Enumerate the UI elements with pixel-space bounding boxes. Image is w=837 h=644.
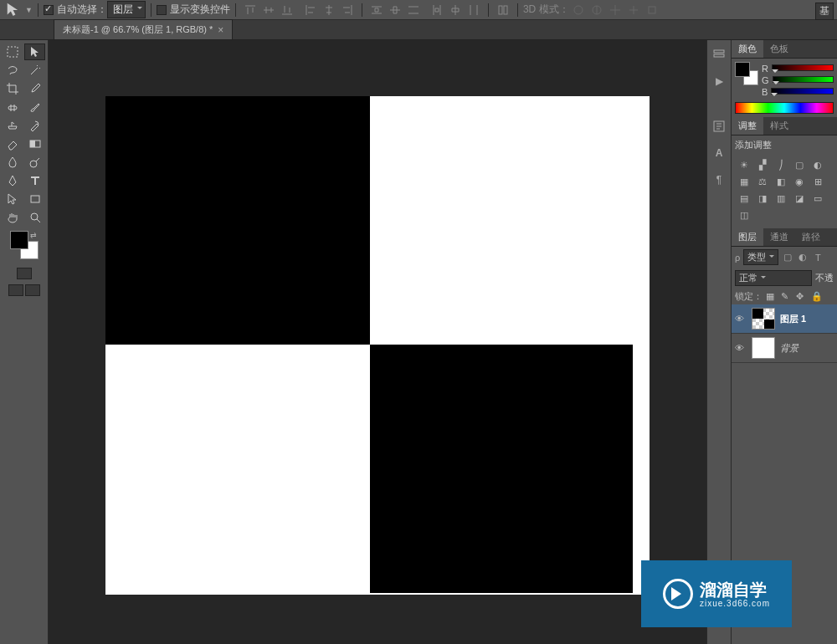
color-balance-icon[interactable]: ⚖ [755,175,770,188]
move-tool-icon[interactable] [24,43,45,60]
blend-mode-dropdown[interactable]: 正常 [735,270,812,286]
auto-select-dropdown[interactable]: 图层 [107,1,146,18]
vibrance-icon[interactable]: ◐ [810,158,825,171]
align-hcenter-icon[interactable] [320,2,338,18]
brightness-contrast-icon[interactable]: ☀ [737,158,752,171]
align-vcenter-icon[interactable] [259,2,278,18]
filter-type-icon[interactable]: T [812,252,824,263]
layer-name[interactable]: 背景 [780,342,798,355]
filter-kind-dropdown[interactable]: 类型 [743,249,778,265]
curves-icon[interactable]: ⎠ [773,158,788,171]
history-panel-icon[interactable] [711,47,727,62]
layer-row-background[interactable]: 👁 背景 [732,334,837,363]
zoom-tool-icon[interactable] [24,209,45,226]
foreground-color-swatch[interactable] [10,231,28,249]
distribute-vcenter-icon[interactable] [386,2,404,18]
path-selection-tool-icon[interactable] [2,191,23,207]
close-tab-icon[interactable]: × [218,24,223,36]
levels-icon[interactable]: ▞ [755,158,770,171]
color-swatch-pair[interactable] [735,62,758,85]
filter-kind-search-icon[interactable]: ρ [735,253,740,263]
layer-visibility-icon[interactable]: 👁 [735,314,747,324]
invert-icon[interactable]: ◨ [755,192,770,205]
distribute-bottom-icon[interactable] [404,2,423,18]
foreground-background-swatches[interactable]: ⇄ [10,231,39,259]
magic-wand-tool-icon[interactable] [24,62,45,79]
gradient-tool-icon[interactable] [24,135,45,152]
watermark-url: zixue.3d66.com [700,599,770,608]
adjustments-tab[interactable]: 调整 [732,117,763,135]
layers-tab[interactable]: 图层 [732,228,763,246]
gradient-map-icon[interactable]: ▭ [810,192,825,205]
quick-mask-button[interactable] [17,268,32,279]
rectangle-tool-icon[interactable] [24,191,45,207]
character-panel-icon[interactable] [711,119,727,134]
marquee-tool-icon[interactable] [2,43,23,60]
align-left-icon[interactable] [301,2,320,18]
posterize-icon[interactable]: ▥ [773,192,788,205]
layer-thumbnail[interactable] [752,308,775,330]
bw-icon[interactable]: ◧ [773,175,788,188]
threshold-icon[interactable]: ◪ [792,192,807,205]
layer-row-layer1[interactable]: 👁 图层 1 [732,304,837,334]
pen-tool-icon[interactable] [2,172,23,189]
auto-align-icon[interactable] [494,2,512,18]
eyedropper-tool-icon[interactable] [24,80,45,97]
auto-select-checkbox[interactable] [44,5,54,15]
lock-transparency-icon[interactable]: ▦ [766,291,778,303]
lasso-tool-icon[interactable] [2,62,23,79]
hand-tool-icon[interactable] [2,209,23,226]
healing-brush-tool-icon[interactable] [2,99,23,115]
g-slider[interactable] [773,76,834,84]
essentials-button[interactable]: 基 [815,3,834,20]
canvas-area[interactable] [49,40,706,644]
color-lookup-icon[interactable]: ▤ [737,192,752,205]
photo-filter-icon[interactable]: ◉ [792,175,807,188]
distribute-hcenter-icon[interactable] [446,2,465,18]
type-tool-icon[interactable] [24,172,45,189]
chevron-down-icon[interactable]: ▼ [25,6,33,14]
lock-all-icon[interactable]: 🔒 [811,291,823,303]
eraser-tool-icon[interactable] [2,135,23,152]
brush-tool-icon[interactable] [24,99,45,115]
layer-visibility-icon[interactable]: 👁 [735,343,747,353]
swatches-tab[interactable]: 色板 [763,40,795,58]
lock-pixels-icon[interactable]: ✎ [781,291,793,303]
styles-tab[interactable]: 样式 [763,117,795,135]
screen-mode-button[interactable] [8,284,23,296]
paragraph-panel-icon[interactable]: A [711,146,727,161]
layer-name[interactable]: 图层 1 [780,313,806,325]
channels-tab[interactable]: 通道 [763,228,795,246]
dodge-tool-icon[interactable] [24,154,45,171]
document-tab[interactable]: 未标题-1 @ 66.7% (图层 1, RGB/8) * × [54,19,233,39]
blur-tool-icon[interactable] [2,154,23,171]
color-tab[interactable]: 颜色 [732,40,763,58]
paths-tab[interactable]: 路径 [795,228,827,246]
align-bottom-icon[interactable] [278,2,296,18]
paragraph-styles-panel-icon[interactable]: ¶ [711,172,727,187]
distribute-left-icon[interactable] [428,2,446,18]
lock-position-icon[interactable]: ✥ [796,291,808,303]
history-brush-tool-icon[interactable] [24,117,45,134]
color-spectrum[interactable] [735,102,834,114]
b-slider[interactable] [771,88,834,96]
selective-color-icon[interactable]: ◫ [737,208,752,222]
swap-colors-icon[interactable]: ⇄ [30,231,37,239]
screen-mode-menu-button[interactable] [25,284,40,296]
distribute-top-icon[interactable] [367,2,386,18]
filter-pixel-icon[interactable]: ▢ [782,252,793,263]
align-top-icon[interactable] [241,2,259,18]
crop-tool-icon[interactable] [2,80,23,97]
filter-adjust-icon[interactable]: ◐ [797,252,809,263]
distribute-right-icon[interactable] [465,2,483,18]
document-canvas[interactable] [105,96,650,595]
layer-thumbnail[interactable] [752,337,775,359]
clone-stamp-tool-icon[interactable] [2,117,23,134]
show-transform-checkbox[interactable] [157,5,167,15]
hue-sat-icon[interactable]: ▦ [737,175,752,188]
align-right-icon[interactable] [338,2,357,18]
channel-mixer-icon[interactable]: ⊞ [810,175,825,188]
r-slider[interactable] [772,64,834,73]
exposure-icon[interactable]: ▢ [792,158,807,171]
actions-panel-icon[interactable]: ▶ [711,74,727,89]
